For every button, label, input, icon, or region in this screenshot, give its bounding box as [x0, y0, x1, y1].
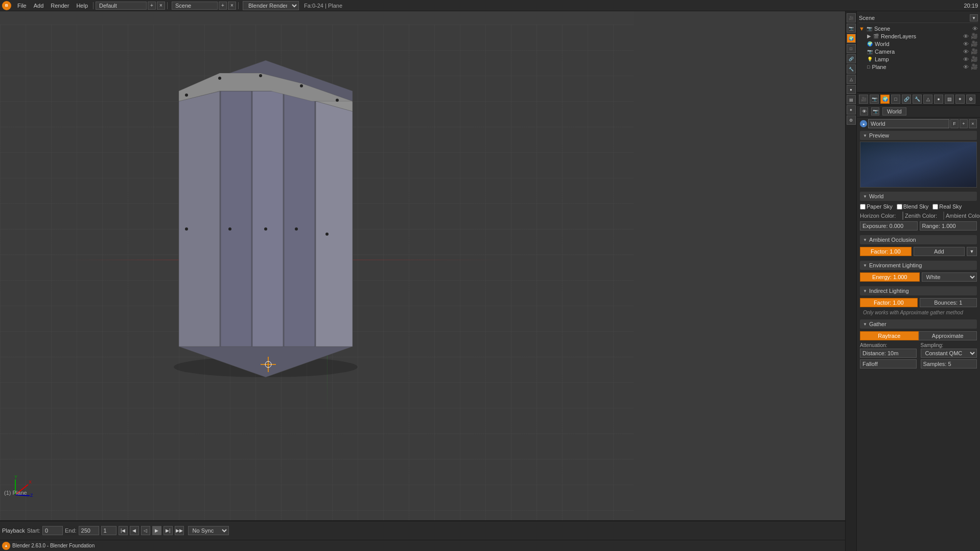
env-energy-btn[interactable]: Energy: 1.000: [860, 272, 920, 282]
zenith-color-swatch[interactable]: [943, 212, 944, 220]
ao-header[interactable]: ▼ Ambient Occlusion: [860, 235, 977, 244]
bottom-bar: ▲ Blender 2.63.0 - Blender Foundation: [0, 540, 980, 551]
menu-render[interactable]: Render: [48, 2, 72, 10]
object-tab[interactable]: □: [847, 44, 856, 53]
world-f-btn[interactable]: F: [950, 119, 959, 128]
outliner-item-renderlayers[interactable]: ▶ 🎬 RenderLayers 👁 🎥: [859, 32, 978, 40]
next-frame-btn[interactable]: ▶|: [164, 526, 173, 535]
real-sky-cb[interactable]: [932, 204, 938, 210]
jump-end-btn[interactable]: ▶▶: [175, 526, 184, 535]
env-lighting-header[interactable]: ▼ Environment Lighting: [860, 261, 977, 270]
qmc-select[interactable]: Constant QMC Adaptive QMC: [921, 349, 977, 358]
scene-title: Scene: [859, 15, 875, 21]
ao-triangle: ▼: [863, 238, 867, 242]
menu-help[interactable]: Help: [73, 2, 91, 10]
ao-add-btn[interactable]: Add: [914, 247, 965, 256]
horizon-color-swatch[interactable]: [902, 212, 903, 220]
view3d-icon: ▲: [2, 542, 10, 550]
col-right: [316, 101, 353, 347]
ao-menu-btn[interactable]: ▼: [967, 247, 977, 256]
scene-add-btn[interactable]: +: [219, 2, 227, 10]
lamp-render: 🎥: [971, 56, 978, 62]
menu-file[interactable]: File: [14, 2, 30, 10]
indirect-factor-btn[interactable]: Factor: 1.00: [860, 298, 918, 307]
modifier-prop-btn[interactable]: 🔧: [913, 95, 922, 104]
ao-factor-btn[interactable]: Factor: 1.00: [860, 247, 912, 256]
preview-header[interactable]: ▼ Preview: [860, 131, 977, 140]
data-prop-btn[interactable]: △: [923, 95, 932, 104]
layout-selector[interactable]: [96, 2, 147, 10]
svg-text:Y: Y: [14, 474, 17, 479]
indirect-header[interactable]: ▼ Indirect Lighting: [860, 286, 977, 295]
renderer-selector[interactable]: Blender Render Cycles Render: [243, 1, 299, 10]
layout-add-btn[interactable]: +: [148, 2, 156, 10]
world-label: World: [875, 41, 890, 47]
gather-header[interactable]: ▼ Gather: [860, 319, 977, 329]
world-ball-icon: ●: [860, 120, 867, 127]
distance-field[interactable]: Distance: 10m: [860, 349, 917, 358]
constraint-prop-btn[interactable]: 🔗: [902, 95, 911, 104]
physics-tab[interactable]: ⚙: [847, 116, 856, 125]
raytrace-tab[interactable]: Raytrace: [860, 331, 919, 340]
outliner-item-world[interactable]: 🌍 World 👁 🎥: [859, 40, 978, 48]
scene-prop-btn[interactable]: 📷: [870, 95, 879, 104]
outliner-filter-btn[interactable]: ▼: [970, 14, 978, 21]
texture-prop-btn[interactable]: ▤: [945, 95, 954, 104]
world-x-btn[interactable]: ×: [969, 119, 977, 128]
object-prop-btn[interactable]: □: [891, 95, 900, 104]
texture-tab[interactable]: ▤: [847, 95, 856, 104]
material-tab[interactable]: ●: [847, 85, 856, 94]
approximate-tab[interactable]: Approximate: [919, 331, 977, 340]
world-cam-btn[interactable]: 📷: [871, 107, 879, 116]
data-tab[interactable]: △: [847, 75, 856, 84]
material-prop-btn[interactable]: ●: [934, 95, 943, 104]
jump-start-btn[interactable]: |◀: [119, 526, 128, 535]
world-prop-btn[interactable]: 🌍: [880, 95, 890, 104]
outliner-item-scene[interactable]: ▼ 📷 Scene 👁: [859, 25, 978, 32]
blend-sky-cb[interactable]: [897, 204, 902, 210]
reverse-play-btn[interactable]: ◁: [141, 526, 150, 535]
preview-triangle: ▼: [863, 133, 867, 138]
layout-close-btn[interactable]: ×: [157, 2, 165, 10]
prev-frame-btn[interactable]: ◀: [130, 526, 139, 535]
start-frame[interactable]: [42, 526, 63, 535]
scene-selector[interactable]: [172, 2, 218, 10]
separator-3: [238, 2, 239, 9]
scene-type-icon: 📷: [867, 26, 872, 31]
particle-tab[interactable]: ✦: [847, 105, 856, 114]
render-tab[interactable]: 🎥: [847, 13, 856, 22]
current-frame[interactable]: [101, 526, 116, 535]
particle-prop-btn[interactable]: ✦: [955, 95, 965, 104]
range-field[interactable]: Range: 1.000: [920, 221, 977, 231]
attenuation-label: Attenuation:: [860, 342, 917, 348]
sync-selector[interactable]: No Sync Frame Dropping Sync to Audio: [188, 526, 229, 535]
samples-field[interactable]: Samples: 5: [921, 359, 977, 369]
world-tab active[interactable]: 🌍: [847, 34, 856, 43]
outliner-item-lamp[interactable]: 💡 Lamp 👁 🎥: [859, 55, 978, 63]
exposure-field[interactable]: Exposure: 0.000: [860, 221, 918, 231]
3d-object: [102, 50, 460, 408]
world-view-btn[interactable]: 👁: [860, 107, 868, 116]
outliner-item-plane[interactable]: □ Plane 👁 🎥: [859, 63, 978, 71]
menu-add[interactable]: Add: [31, 2, 47, 10]
falloff-field[interactable]: Falloff: [860, 359, 917, 369]
constraint-tab[interactable]: 🔗: [847, 54, 856, 63]
col-2: [221, 91, 251, 347]
end-frame[interactable]: [79, 526, 99, 535]
physics-prop-btn[interactable]: ⚙: [966, 95, 975, 104]
play-btn[interactable]: ▶: [152, 526, 161, 535]
scene-close-btn[interactable]: ×: [228, 2, 236, 10]
modifier-tab[interactable]: 🔧: [847, 64, 856, 74]
env-color-select[interactable]: White Sky Color Sky Texture: [922, 272, 977, 282]
paper-sky-cb[interactable]: [860, 204, 866, 210]
indirect-bounces-btn[interactable]: Bounces: 1: [920, 298, 977, 307]
render-prop-btn[interactable]: 🎥: [859, 95, 868, 104]
world-plus-btn[interactable]: +: [960, 119, 968, 128]
world-name-input[interactable]: [868, 119, 949, 128]
scene-tab[interactable]: 📷: [847, 24, 856, 33]
outliner-item-camera[interactable]: 📷 Camera 👁 🎥: [859, 48, 978, 55]
world-tab-btn[interactable]: World: [882, 107, 906, 116]
world-section-header[interactable]: ▼ World: [860, 192, 977, 201]
renderlayers-eye: 👁: [963, 33, 969, 39]
playback-label: Playback: [2, 527, 25, 534]
